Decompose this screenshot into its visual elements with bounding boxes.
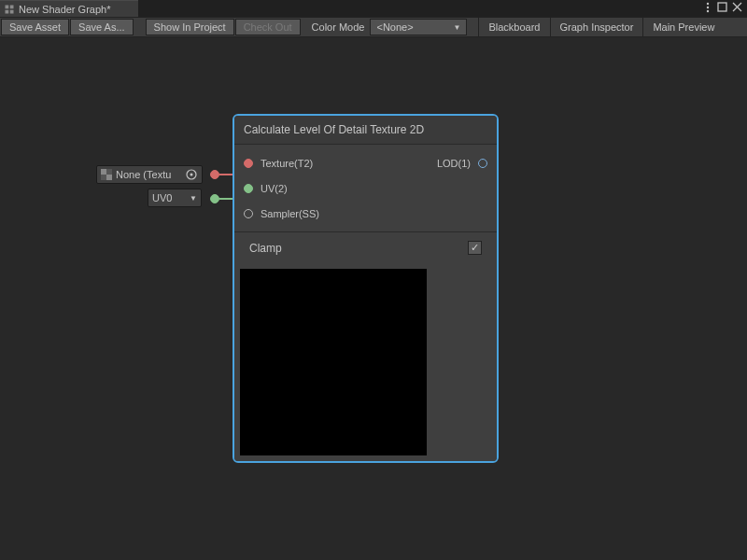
window-title: New Shader Graph* [19,4,134,15]
chevron-down-icon: ▼ [190,194,197,203]
input-row-sampler: Sampler(SS) [234,201,381,226]
show-in-project-button[interactable]: Show In Project [146,19,234,35]
texture-icon [101,169,112,180]
svg-point-6 [706,9,708,11]
svg-point-14 [190,174,193,176]
node-preview[interactable] [240,269,427,455]
save-as-button[interactable]: Save As... [70,19,134,35]
node-title[interactable]: Calculate Level Of Detail Texture 2D [234,116,497,145]
edge-out-port-uv[interactable] [210,194,219,203]
graph-canvas[interactable]: None (Textu UV0 ▼ Calculate Level Of Det… [0,37,747,560]
input-port-uv[interactable] [244,184,253,193]
svg-rect-12 [106,175,112,180]
svg-rect-7 [718,3,726,11]
color-mode-label: Color Mode [301,18,371,36]
svg-rect-2 [6,9,9,13]
graph-inspector-tab[interactable]: Graph Inspector [550,18,643,36]
input-label: Texture(T2) [261,158,313,169]
kebab-menu-icon[interactable] [701,1,713,13]
uv-dropdown-label: UV0 [152,192,172,203]
svg-rect-11 [101,169,106,175]
shader-graph-icon [4,4,15,15]
uv-input-dropdown[interactable]: UV0 ▼ [148,189,202,207]
svg-point-4 [706,2,708,4]
input-row-texture: Texture(T2) [234,150,381,175]
edge-out-port-texture[interactable] [210,170,219,179]
input-port-sampler[interactable] [244,209,253,218]
output-row-lod: LOD(1) [381,150,497,175]
svg-rect-3 [10,9,14,13]
save-asset-button[interactable]: Save Asset [1,19,69,35]
maximize-icon[interactable] [716,1,728,13]
close-icon[interactable] [731,1,743,13]
input-port-texture[interactable] [244,159,253,168]
texture-input-slot[interactable]: None (Textu [96,165,203,184]
toolbar: Save Asset Save As... Show In Project Ch… [0,17,747,37]
texture-slot-label: None (Textu [116,169,181,180]
output-label: LOD(1) [437,158,471,169]
window-tab[interactable]: New Shader Graph* [0,0,138,17]
clamp-label: Clamp [249,242,282,255]
output-port-lod[interactable] [478,159,487,168]
input-label: UV(2) [261,183,288,194]
node-inputs: Texture(T2) UV(2) Sampler(SS) [234,145,381,231]
node-preview-container [234,263,497,461]
main-preview-tab[interactable]: Main Preview [642,18,724,36]
node-body: Texture(T2) UV(2) Sampler(SS) LOD(1) [234,145,497,231]
input-label: Sampler(SS) [261,208,319,219]
clamp-checkbox[interactable]: ✓ [468,241,482,255]
input-row-uv: UV(2) [234,175,381,201]
color-mode-value: <None> [376,21,413,33]
chevron-down-icon: ▼ [454,23,461,32]
blackboard-tab[interactable]: Blackboard [478,18,549,36]
svg-rect-0 [6,5,9,8]
color-mode-dropdown[interactable]: <None> ▼ [370,19,467,35]
svg-rect-1 [10,5,14,8]
node-outputs: LOD(1) [381,145,497,231]
object-picker-icon[interactable] [185,168,198,181]
node-calculate-lod-texture2d[interactable]: Calculate Level Of Detail Texture 2D Tex… [233,114,499,463]
clamp-setting-row: Clamp ✓ [234,231,497,263]
svg-point-5 [706,6,708,7]
check-out-button: Check Out [235,19,301,35]
